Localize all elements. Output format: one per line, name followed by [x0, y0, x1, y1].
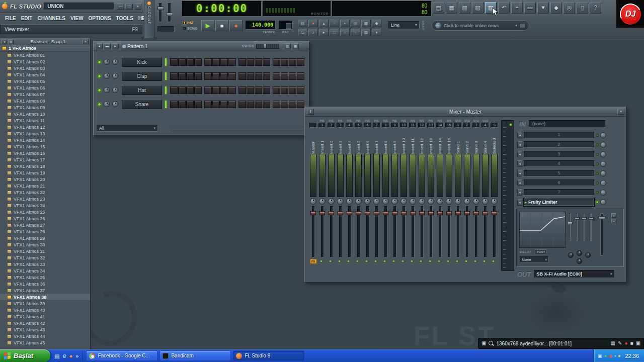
list-item[interactable]: VFX1 Atmos 40 — [0, 307, 90, 313]
tray-display-icon[interactable]: ▣ — [598, 351, 602, 361]
mixer-strip-insert-6[interactable]: INS6Insert 6 — [363, 119, 372, 264]
step-cell[interactable] — [273, 58, 280, 66]
step-cell[interactable] — [297, 86, 304, 94]
knee-knob[interactable] — [568, 252, 574, 258]
sustain-knob[interactable] — [577, 258, 582, 264]
pan-knob[interactable] — [104, 87, 110, 93]
show-desktop-icon[interactable]: ▤ — [54, 351, 59, 360]
output-device-combo[interactable]: SB X-Fi Audio [EC00] ▾ — [534, 270, 614, 278]
magnifier-icon[interactable] — [489, 341, 494, 346]
chevron-down-icon[interactable]: ▾ — [515, 23, 517, 28]
grid-icon[interactable]: ▥ — [361, 29, 371, 36]
strip-pan-knob[interactable] — [373, 198, 380, 205]
step-cell[interactable] — [186, 86, 194, 94]
strip-pan-knob[interactable] — [473, 198, 479, 205]
step-cell[interactable] — [228, 58, 236, 66]
tray-alert-icon[interactable]: ◆ — [609, 351, 612, 361]
mixer-strip-send-1[interactable]: SND1Send 1 — [454, 119, 462, 264]
mixer-strip-insert-7[interactable]: INS7Insert 7 — [372, 119, 381, 264]
fader-handle[interactable] — [401, 211, 407, 215]
list-item[interactable]: VFX1 Atmos 27 — [0, 222, 90, 228]
list-item[interactable]: VFX1 Atmos 06 — [0, 84, 90, 91]
step-cell[interactable] — [212, 101, 220, 108]
fader-handle[interactable] — [365, 211, 370, 215]
channel-mute-led[interactable] — [98, 74, 101, 78]
mixer-titlebar[interactable]: ‖ Mixer - Master × — [305, 107, 626, 117]
volume-knob[interactable] — [112, 101, 118, 107]
list-item[interactable]: VFX1 Atmos 07 — [0, 91, 90, 98]
step-cell[interactable] — [204, 58, 212, 66]
step-cell[interactable] — [212, 86, 220, 94]
undo-button[interactable]: ↶ — [498, 2, 510, 14]
slot-enable-led[interactable] — [596, 134, 599, 137]
slot-number[interactable]: 5 — [524, 170, 594, 176]
step-cell[interactable] — [194, 58, 202, 66]
saturation-slider[interactable] — [576, 213, 578, 241]
online-news-bar[interactable]: Click to enable online news ▾ — [432, 20, 529, 31]
volume-knob[interactable] — [112, 73, 118, 79]
step-cell[interactable] — [255, 101, 262, 108]
list-item[interactable]: VFX1 Atmos 12 — [0, 124, 90, 130]
step-cell[interactable] — [281, 86, 288, 94]
camera-button[interactable]: ▣ — [636, 338, 640, 348]
mixer-strip-send-2[interactable]: SND2Send 2 — [463, 119, 471, 264]
tray-volume-icon[interactable]: ● — [618, 351, 620, 361]
tempo-display[interactable]: 140.000 — [246, 21, 276, 30]
loop-record-icon[interactable]: ◎ — [351, 20, 360, 27]
strip-fader[interactable] — [427, 205, 435, 258]
list-item[interactable]: VFX1 Atmos 41 — [0, 313, 90, 320]
strip-pan-knob[interactable] — [400, 198, 407, 205]
typing-keyboard-icon[interactable]: ▤ — [298, 20, 307, 27]
list-item[interactable]: VFX1 Atmos 42 — [0, 320, 90, 326]
channel-button-kick[interactable]: Kick — [122, 57, 162, 67]
slot-enable-led[interactable] — [596, 153, 599, 156]
close-button[interactable]: × — [134, 4, 141, 10]
mixer-strip-selected[interactable]: SSelected — [490, 119, 499, 264]
mixer-strip-send-3[interactable]: SND3Send 3 — [472, 119, 480, 264]
channel-filter-combo[interactable]: All ▾ — [97, 125, 158, 132]
strip-pan-knob[interactable] — [382, 198, 389, 205]
slot-options-icon[interactable]: ◂ — [517, 170, 522, 176]
strip-fader[interactable] — [381, 205, 390, 258]
slot-enable-led[interactable] — [596, 191, 599, 194]
list-item[interactable]: VFX1 Atmos 33 — [0, 261, 90, 267]
step-cell[interactable] — [178, 72, 186, 80]
keyboard-editor-button[interactable]: ▦ — [292, 43, 299, 49]
pattern-selector-display[interactable] — [279, 21, 293, 30]
maximize-button[interactable]: □ — [125, 4, 133, 10]
channel-mute-led[interactable] — [98, 60, 101, 64]
fader-handle[interactable] — [446, 211, 452, 215]
mixer-strip-insert-3[interactable]: INS3Insert 3 — [336, 119, 345, 264]
menu-icon[interactable]: ▾ — [372, 29, 381, 36]
attack-slider[interactable] — [583, 213, 585, 241]
step-cell[interactable] — [220, 101, 228, 108]
strip-pan-knob[interactable] — [464, 198, 470, 205]
slider-handle[interactable] — [263, 44, 267, 49]
export-button[interactable]: ▯ — [577, 2, 588, 14]
step-sequencer-button[interactable]: ▦ — [446, 2, 457, 14]
list-item[interactable]: VFX1 Atmos 32 — [0, 254, 90, 261]
record-button[interactable]: ● — [229, 20, 243, 31]
slider-handle[interactable] — [157, 7, 164, 10]
step-cell[interactable] — [247, 58, 254, 66]
step-cell[interactable] — [186, 72, 194, 80]
tray-network-icon[interactable]: ▪ — [614, 351, 616, 361]
strip-pan-knob[interactable] — [419, 198, 425, 205]
fader-handle[interactable] — [492, 211, 497, 215]
list-item[interactable]: VFX1 Atmos 43 — [0, 326, 90, 333]
list-item[interactable]: VFX1 Atmos 13 — [0, 130, 90, 137]
step-cell[interactable] — [194, 86, 202, 94]
strip-fader[interactable] — [409, 205, 417, 258]
save-button[interactable]: ▼ — [537, 2, 549, 14]
release-slider[interactable] — [590, 213, 592, 241]
step-cell[interactable] — [255, 86, 262, 94]
ceiling-fader[interactable] — [600, 213, 603, 255]
menu-item-file[interactable]: FILE — [3, 15, 18, 22]
step-cell[interactable] — [228, 86, 236, 94]
stop-button[interactable]: ■ — [630, 338, 633, 348]
step-cell[interactable] — [255, 58, 262, 66]
effect-slot-3[interactable]: ◂3 — [516, 149, 624, 159]
mixer-strip-insert-11[interactable]: INS11Insert 11 — [409, 119, 417, 264]
effect-slot-2[interactable]: ◂2 — [516, 140, 624, 149]
master-pitch-slider[interactable] — [168, 3, 171, 22]
